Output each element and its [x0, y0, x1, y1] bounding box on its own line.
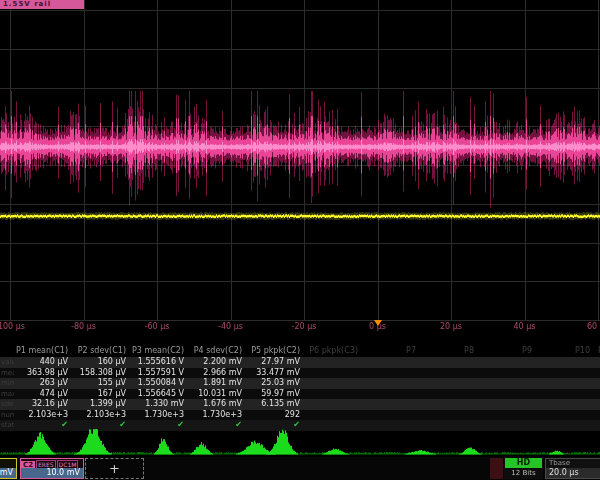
measurement-value — [420, 399, 478, 410]
measurement-value: 6.135 mV — [246, 399, 304, 410]
time-axis: -100 µs-80 µs-60 µs-40 µs-20 µs0 µs20 µs… — [0, 320, 600, 334]
parameter-header[interactable]: P1 mean(C1) — [14, 344, 72, 357]
time-axis-label: -100 µs — [0, 322, 25, 331]
parameter-header[interactable]: P8 — [420, 344, 478, 357]
row-label — [0, 344, 14, 357]
hd-bits-label: 12 Bits — [504, 468, 543, 478]
measurement-value — [536, 357, 594, 368]
parameter-header[interactable]: P7 — [362, 344, 420, 357]
measurement-value: 263 µV — [14, 378, 72, 389]
measurement-value — [304, 378, 362, 389]
measurement-value: 1.676 mV — [188, 399, 246, 410]
measure-table-row: max474 µV167 µV1.556645 V10.031 mV59.97 … — [0, 389, 600, 400]
measure-table-row: num2.103e+32.103e+31.730e+31.730e+3292 — [0, 410, 600, 421]
measure-table-row: mean363.98 µV158.308 µV1.557591 V2.966 m… — [0, 368, 600, 379]
measurement-value: 440 µV — [14, 357, 72, 368]
measurement-value — [478, 399, 536, 410]
measure-table-row: min263 µV155 µV1.550084 V1.891 mV25.03 m… — [0, 378, 600, 389]
add-trace-button[interactable]: + — [85, 458, 144, 479]
measure-table-row: value440 µV160 µV1.555616 V2.200 mV27.97… — [0, 357, 600, 368]
time-axis-label: 40 µs — [514, 322, 536, 331]
measurement-value: 59.97 mV — [246, 389, 304, 400]
parameter-header[interactable]: P4 sdev(C2) — [188, 344, 246, 357]
measurement-value — [478, 389, 536, 400]
c2-vdiv-value: 10.0 mV — [21, 468, 83, 478]
measurement-value: 25.03 mV — [246, 378, 304, 389]
measurement-value: 32.16 µV — [14, 399, 72, 410]
measurement-value: 292 — [246, 410, 304, 421]
measurement-value: 155 µV — [72, 378, 130, 389]
measure-table: P1 mean(C1)P2 sdev(C1)P3 mean(C2)P4 sdev… — [0, 344, 600, 431]
measurement-value — [594, 378, 600, 389]
measurement-value — [362, 389, 420, 400]
tbase-value: 20.0 µs — [546, 468, 600, 478]
measurement-value — [362, 368, 420, 379]
time-axis-label: -20 µs — [292, 322, 317, 331]
trigger-descriptor-edge — [490, 458, 503, 479]
parameter-header[interactable]: P10 — [536, 344, 594, 357]
measurement-value: 27.97 mV — [246, 357, 304, 368]
measurement-value — [594, 399, 600, 410]
measurement-value — [304, 410, 362, 421]
measurement-value — [304, 357, 362, 368]
measure-table-header-row: P1 mean(C1)P2 sdev(C1)P3 mean(C2)P4 sdev… — [0, 344, 600, 357]
measurement-value — [536, 399, 594, 410]
row-label: mean — [0, 368, 14, 379]
measurement-value: 2.966 mV — [188, 368, 246, 379]
measurement-value — [478, 357, 536, 368]
measurement-value — [420, 378, 478, 389]
measurement-value — [536, 368, 594, 379]
measurement-value — [362, 378, 420, 389]
row-label: min — [0, 378, 14, 389]
channel-c1-descriptor[interactable]: C1 DC1M 10.0 mV — [0, 458, 18, 479]
measurement-value — [478, 378, 536, 389]
c1-descriptor-box: C1 DC1M 10.0 mV — [0, 458, 17, 479]
time-axis-label: -80 µs — [71, 322, 96, 331]
hd-mode-indicator[interactable]: HD 12 Bits — [504, 458, 543, 479]
time-axis-label: -60 µs — [145, 322, 170, 331]
measurement-value — [594, 389, 600, 400]
measurement-value — [362, 399, 420, 410]
measurement-value: 363.98 µV — [14, 368, 72, 379]
measurement-value: 1.555616 V — [130, 357, 188, 368]
measurement-value — [304, 368, 362, 379]
measurement-value: 2.103e+3 — [14, 410, 72, 421]
measurement-value: 1.550084 V — [130, 378, 188, 389]
measurement-value: 1.730e+3 — [130, 410, 188, 421]
measurement-value: 1.891 mV — [188, 378, 246, 389]
waveform-grid-canvas[interactable] — [0, 0, 600, 344]
measurement-value: 158.308 µV — [72, 368, 130, 379]
trigger-position-marker[interactable] — [374, 320, 382, 326]
measurement-value — [536, 378, 594, 389]
measurement-value: 33.477 mV — [246, 368, 304, 379]
measurement-value — [478, 410, 536, 421]
parameter-header[interactable]: P9 — [478, 344, 536, 357]
measurement-value — [536, 389, 594, 400]
channel-c2-descriptor[interactable]: C2 ERES DC1M 10.0 mV — [20, 458, 84, 479]
trace-label: 1.55V rail — [0, 0, 84, 9]
oscilloscope-screen: 1.55V rail -100 µs-80 µs-60 µs-40 µs-20 … — [0, 0, 600, 480]
histogram-canvas — [0, 429, 600, 457]
measurement-value: 474 µV — [14, 389, 72, 400]
parameter-header[interactable]: P5 pkpk(C2) — [246, 344, 304, 357]
row-label: max — [0, 389, 14, 400]
measurement-value — [594, 357, 600, 368]
timebase-descriptor[interactable]: Tbase 20.0 µs — [545, 458, 600, 479]
measurement-value: 1.330 mV — [130, 399, 188, 410]
measurement-value — [420, 389, 478, 400]
measurement-value — [304, 399, 362, 410]
descriptor-bar: C1 DC1M 10.0 mV C2 ERES DC1M 10.0 mV + H… — [0, 457, 600, 480]
parameter-header[interactable]: P3 mean(C2) — [130, 344, 188, 357]
time-axis-label: 60 µs — [587, 322, 600, 331]
plus-icon: + — [109, 461, 120, 476]
measurement-value: 2.200 mV — [188, 357, 246, 368]
parameter-header[interactable]: P2 sdev(C1) — [72, 344, 130, 357]
measurement-value — [304, 389, 362, 400]
parameter-header[interactable]: P11 — [594, 344, 600, 357]
measurement-value — [536, 410, 594, 421]
measure-table-row: sdev32.16 µV1.399 µV1.330 mV1.676 mV6.13… — [0, 399, 600, 410]
measurement-value: 160 µV — [72, 357, 130, 368]
measurement-value: 167 µV — [72, 389, 130, 400]
measurement-value — [362, 410, 420, 421]
parameter-header[interactable]: P6 pkpk(C3) — [304, 344, 362, 357]
